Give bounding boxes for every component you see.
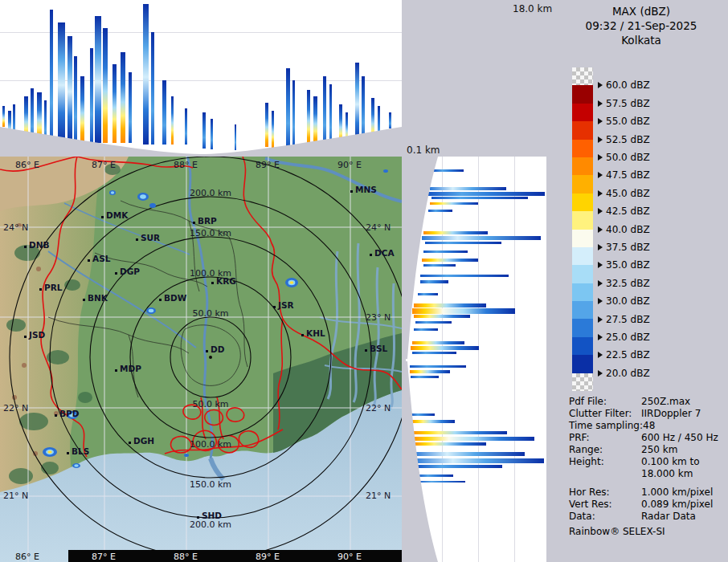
info-value: 18.000 km: [641, 468, 693, 479]
city-marker-jsr: [273, 306, 276, 308]
city-marker-krg: [211, 282, 214, 284]
info-label: Hor Res:: [569, 487, 641, 498]
city-label-jsd: JSD: [29, 330, 45, 340]
echo-row: [428, 210, 452, 212]
level-arrow-icon: [598, 100, 603, 107]
echo-column: [185, 108, 187, 145]
level-arrow-icon: [598, 352, 603, 358]
legend-band: [572, 140, 593, 157]
city-label-mdp: MDP: [120, 364, 141, 373]
city-marker-mdp: [115, 369, 117, 372]
city-label-khl: KHL: [306, 328, 325, 338]
city-label-dca: DCA: [374, 248, 395, 258]
echo-column: [121, 52, 125, 143]
range-ring-label: 200.0 km: [190, 519, 231, 530]
height-axis-max-label: 18.0 km: [513, 3, 552, 14]
longitude-label: 90° E: [337, 552, 362, 562]
latitude-label: 22° N: [366, 403, 391, 413]
legend-level-label: 40.0 dBZ: [598, 224, 650, 235]
info-value: Radar Data: [641, 511, 696, 522]
legend-band: [572, 337, 593, 355]
echo-column: [211, 119, 213, 149]
echo-column: [171, 96, 174, 145]
legend-level-label: 45.0 dBZ: [598, 188, 650, 199]
color-scale-labels: 60.0 dBZ57.5 dBZ55.0 dBZ52.5 dBZ50.0 dBZ…: [598, 67, 726, 405]
latitude-label: 21° N: [3, 491, 28, 501]
echo-row: [423, 250, 468, 253]
echo-column: [389, 112, 391, 128]
product-datetime: 09:32 / 21-Sep-2025: [554, 19, 728, 32]
echo-column: [323, 76, 326, 146]
city-marker-dgp: [115, 272, 117, 275]
echo-column: [346, 112, 348, 146]
latitude-label: 24° N: [366, 222, 391, 233]
echo-column: [80, 76, 84, 143]
city-marker-dd: [206, 350, 208, 352]
echo-column: [307, 90, 310, 146]
city-marker-prl: [39, 288, 42, 291]
city-label-asl: ASL: [92, 254, 110, 263]
echo-column: [37, 92, 42, 143]
echo-row: [417, 474, 453, 477]
city-label-krg: KRG: [216, 276, 236, 286]
city-marker-bls: [67, 452, 69, 454]
legend-band: [572, 85, 593, 103]
city-label-dnb: DNB: [29, 240, 50, 250]
echo-column: [2, 106, 5, 127]
city-label-shd: SHD: [202, 511, 222, 520]
longitude-label: 90° E: [337, 160, 362, 170]
city-label-dgp: DGP: [120, 267, 140, 276]
level-arrow-icon: [598, 154, 603, 161]
info-row: Range:250 km: [569, 444, 726, 456]
echo-column: [8, 111, 11, 143]
range-ring-label: 150.0 km: [190, 479, 231, 490]
info-value: 600 Hz / 450 Hz: [641, 432, 718, 443]
echo-column: [112, 64, 117, 143]
legend-panel: MAX (dBZ) 09:32 / 21-Sep-2025 Kolkata 60…: [554, 0, 728, 562]
level-arrow-icon: [598, 82, 603, 88]
city-label-prl: PRL: [44, 283, 62, 292]
city-marker-bsl: [365, 349, 367, 352]
echo-column: [50, 10, 53, 143]
echo-row: [422, 259, 478, 262]
legend-band: [572, 230, 593, 247]
echo-column: [31, 88, 34, 143]
info-value: 0.089 km/pixel: [641, 499, 713, 510]
legend-band: [572, 283, 593, 301]
echo-row: [417, 481, 465, 483]
info-row: PRF:600 Hz / 450 Hz: [569, 432, 726, 444]
legend-band: [572, 175, 593, 193]
legend-level-label: 35.0 dBZ: [598, 259, 650, 271]
echo-row: [415, 321, 452, 324]
info-row: Height:0.100 km to: [569, 456, 726, 468]
vertical-projection-top-panel[interactable]: [0, 0, 402, 157]
city-marker-dgh: [129, 442, 131, 444]
vertical-projection-side-panel[interactable]: [406, 157, 546, 562]
city-label-dmk: DMK: [106, 210, 128, 220]
level-arrow-icon: [598, 136, 603, 143]
top-echo-bars-layer: [0, 0, 402, 157]
level-arrow-icon: [598, 172, 603, 178]
echo-row: [433, 169, 464, 172]
info-value: 0.100 km to: [641, 456, 700, 467]
info-label: Range:: [569, 444, 641, 455]
echo-row: [414, 442, 486, 446]
legend-band: [572, 355, 593, 373]
radar-map-view[interactable]: 86° E87° E88° E89° E90° E86° E87° E88° E…: [0, 157, 402, 562]
city-label-dgh: DGH: [133, 436, 154, 446]
echo-row: [412, 437, 534, 441]
city-label-sur: SUR: [141, 233, 160, 242]
echo-row: [423, 264, 456, 267]
echo-row: [423, 231, 488, 234]
echo-row: [412, 341, 464, 344]
longitude-label: 86° E: [15, 160, 39, 170]
echo-row: [411, 420, 455, 423]
level-arrow-icon: [598, 298, 603, 304]
echo-column: [67, 36, 72, 143]
legend-band: [572, 211, 593, 229]
city-marker-mns: [350, 190, 353, 193]
radar-display-window: 18.0 km 0.1 km: [0, 0, 728, 562]
echo-row: [418, 293, 438, 295]
city-marker-bpd: [55, 414, 57, 417]
longitude-label: 87° E: [92, 552, 116, 562]
